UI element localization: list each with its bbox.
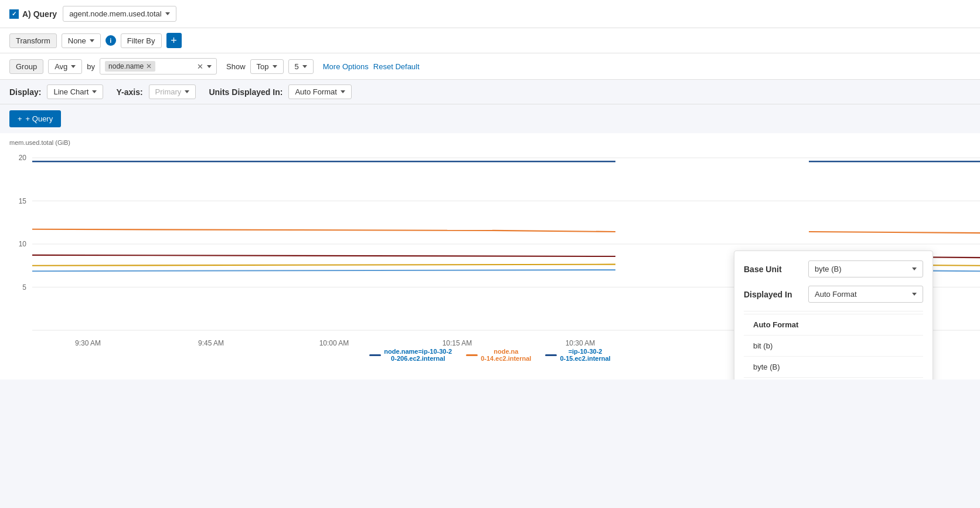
svg-text:10:15 AM: 10:15 AM xyxy=(443,339,472,347)
legend-line-2 xyxy=(466,354,478,356)
base-unit-chevron-icon xyxy=(912,267,917,270)
svg-text:15: 15 xyxy=(19,197,26,205)
group-by-input[interactable]: node.name ✕ ✕ xyxy=(100,58,217,74)
agg-value: Avg xyxy=(55,62,67,71)
svg-text:20: 20 xyxy=(19,154,26,162)
metric-select[interactable]: agent.node.mem.used.total xyxy=(63,6,176,22)
count-value: 5 xyxy=(295,62,299,71)
reset-defaults-link[interactable]: Reset Default xyxy=(373,62,420,71)
svg-text:5: 5 xyxy=(22,283,26,291)
popup-divider xyxy=(744,311,923,311)
svg-line-14 xyxy=(32,270,615,271)
show-label: Show xyxy=(226,62,246,71)
legend-item-3: =ip-10-30-20-15.ec2.internal xyxy=(545,348,610,362)
yaxis-chevron-icon xyxy=(185,90,189,93)
transform-label: Transform xyxy=(9,33,57,48)
filter-add-button[interactable]: + xyxy=(166,33,182,48)
group-label: Group xyxy=(9,59,43,74)
show-select[interactable]: Top xyxy=(250,59,284,74)
agg-select[interactable]: Avg xyxy=(48,59,82,74)
add-query-button[interactable]: + + Query xyxy=(9,110,61,127)
more-options-link[interactable]: More Options xyxy=(323,62,369,71)
show-chevron-icon xyxy=(273,65,277,68)
group-tag: node.name ✕ xyxy=(105,61,155,72)
transform-chevron-icon xyxy=(90,39,94,42)
yaxis-select[interactable]: Primary xyxy=(149,84,196,99)
chart-type-chevron-icon xyxy=(92,90,97,93)
chart-type-value: Line Chart xyxy=(53,87,89,96)
base-unit-row: Base Unit byte (B) xyxy=(744,260,923,277)
legend-line-1 xyxy=(369,354,381,356)
metric-value: agent.node.mem.used.total xyxy=(69,9,162,18)
svg-line-16 xyxy=(809,232,980,233)
legend-item-2: node.na0-14.ec2.internal xyxy=(466,348,531,362)
legend-text-1: node.name=ip-10-30-20-206.ec2.internal xyxy=(384,348,452,362)
by-label: by xyxy=(87,62,95,71)
group-row: Group Avg by node.name ✕ ✕ Show Top 5 Mo… xyxy=(0,53,980,80)
displayed-in-chevron-icon xyxy=(912,293,917,296)
svg-text:10:00 AM: 10:00 AM xyxy=(319,339,349,347)
svg-text:9:30 AM: 9:30 AM xyxy=(75,339,101,347)
option-bit[interactable]: bit (b) xyxy=(744,336,923,357)
option-byte[interactable]: byte (B) xyxy=(744,357,923,378)
svg-line-10 xyxy=(32,229,492,231)
yaxis-value: Primary xyxy=(155,87,182,96)
displayed-in-label: Displayed In xyxy=(744,290,802,299)
group-input-clear-icon[interactable]: ✕ xyxy=(197,62,203,71)
chart-type-select[interactable]: Line Chart xyxy=(47,84,103,99)
svg-text:10: 10 xyxy=(19,240,26,248)
units-dropdown-popup: Base Unit byte (B) Displayed In Auto For… xyxy=(734,250,933,380)
transform-select[interactable]: None xyxy=(62,33,101,48)
query-checkbox-label[interactable]: ✓ A) Query xyxy=(9,9,57,19)
dropdown-list: Auto Format bit (b) byte (B) kibibyte (K… xyxy=(744,314,923,380)
yaxis-label: Y-axis: xyxy=(116,87,142,97)
legend-item-1: node.name=ip-10-30-20-206.ec2.internal xyxy=(369,348,452,362)
units-value: Auto Format xyxy=(295,87,337,96)
transform-row: Transform None i Filter By + xyxy=(0,28,980,53)
base-unit-value: byte (B) xyxy=(815,265,842,273)
add-query-icon: + xyxy=(18,114,22,123)
transform-value: None xyxy=(68,36,86,45)
base-unit-label: Base Unit xyxy=(744,265,802,274)
legend-text-2: node.na0-14.ec2.internal xyxy=(481,348,531,362)
chart-area: mem.used.total (GiB) 20 15 10 5 9:30 A xyxy=(0,133,980,380)
show-value: Top xyxy=(257,62,269,71)
displayed-in-value: Auto Format xyxy=(815,290,857,299)
units-select[interactable]: Auto Format xyxy=(288,84,352,99)
group-tag-remove-icon[interactable]: ✕ xyxy=(146,62,152,70)
legend-line-3 xyxy=(545,354,557,356)
svg-line-13 xyxy=(32,265,615,266)
group-tag-value: node.name xyxy=(108,62,144,70)
filter-by-label: Filter By xyxy=(121,33,162,48)
svg-text:9:45 AM: 9:45 AM xyxy=(198,339,224,347)
svg-line-12 xyxy=(32,255,615,256)
svg-text:10:30 AM: 10:30 AM xyxy=(566,339,596,347)
display-row: Display: Line Chart Y-axis: Primary Unit… xyxy=(0,80,980,104)
svg-line-11 xyxy=(492,231,615,232)
legend-text-3: =ip-10-30-20-15.ec2.internal xyxy=(560,348,610,362)
displayed-in-select[interactable]: Auto Format xyxy=(808,286,923,303)
count-select[interactable]: 5 xyxy=(288,59,314,74)
query-checkbox[interactable]: ✓ xyxy=(9,9,19,19)
add-query-label: + Query xyxy=(26,114,53,123)
add-query-row: + + Query xyxy=(0,104,980,133)
base-unit-select[interactable]: byte (B) xyxy=(808,260,923,277)
display-label: Display: xyxy=(9,87,41,97)
option-auto-format[interactable]: Auto Format xyxy=(744,314,923,336)
option-kibibyte[interactable]: kibibyte (KiB) xyxy=(744,378,923,380)
query-label: A) Query xyxy=(22,9,57,19)
info-icon[interactable]: i xyxy=(106,35,116,46)
units-chevron-icon xyxy=(341,90,345,93)
units-label: Units Displayed In: xyxy=(209,87,283,97)
group-input-chevron-icon[interactable] xyxy=(207,65,212,68)
count-chevron-icon xyxy=(302,65,307,68)
metric-chevron-icon xyxy=(165,12,170,15)
agg-chevron-icon xyxy=(71,65,76,68)
query-row: ✓ A) Query agent.node.mem.used.total xyxy=(0,0,980,28)
displayed-in-row: Displayed In Auto Format xyxy=(744,286,923,303)
